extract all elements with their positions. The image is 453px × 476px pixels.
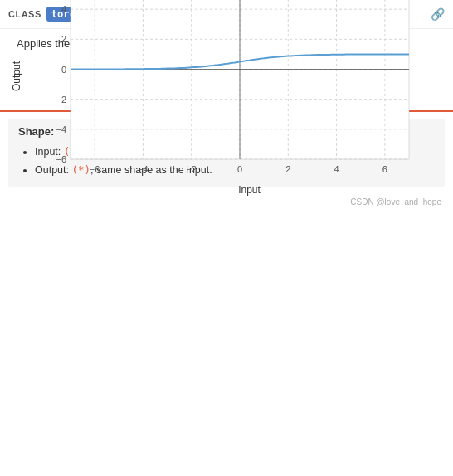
x-axis-label: Input <box>46 184 453 196</box>
chart-container: Sigmoid() Output −6−4−20246−6−4−20246 <box>8 0 445 180</box>
svg-text:0: 0 <box>61 64 66 74</box>
watermark: CSDN @love_and_hope <box>0 197 453 206</box>
svg-text:2: 2 <box>285 164 290 174</box>
chart-wrapper: Output −6−4−20246−6−4−20246 <box>17 0 436 180</box>
svg-text:−2: −2 <box>186 164 197 174</box>
svg-text:−4: −4 <box>56 124 66 134</box>
svg-text:6: 6 <box>382 164 387 174</box>
chart-svg: −6−4−20246−6−4−20246 <box>23 0 430 180</box>
svg-text:0: 0 <box>237 164 242 174</box>
svg-text:−6: −6 <box>56 154 66 164</box>
svg-text:−2: −2 <box>56 94 66 104</box>
svg-text:4: 4 <box>334 164 339 174</box>
chart-area: −6−4−20246−6−4−20246 <box>23 0 430 180</box>
svg-text:−6: −6 <box>90 164 100 174</box>
svg-text:2: 2 <box>61 34 66 44</box>
y-axis-label: Output <box>11 61 22 90</box>
svg-text:−4: −4 <box>138 164 149 174</box>
svg-text:4: 4 <box>61 4 66 14</box>
